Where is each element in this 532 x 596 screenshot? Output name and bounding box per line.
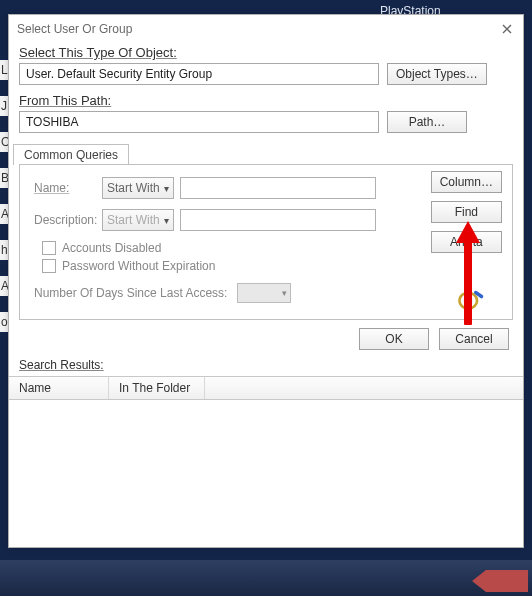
name-mode-value: Start With [107, 181, 160, 195]
results-col-name[interactable]: Name [9, 377, 109, 399]
results-col-spacer [205, 377, 523, 399]
common-queries-group: Name: Start With ▾ Description: Start Wi… [19, 164, 513, 320]
password-noexpire-checkbox[interactable] [42, 259, 56, 273]
from-path-input[interactable] [19, 111, 379, 133]
object-type-input[interactable] [19, 63, 379, 85]
object-types-button[interactable]: Object Types… [387, 63, 487, 85]
stop-button[interactable]: Arreta [431, 231, 502, 253]
close-icon [502, 24, 512, 34]
object-type-label: Select This Type Of Object: [19, 45, 513, 60]
find-button[interactable]: Find [431, 201, 502, 223]
password-noexpire-label: Password Without Expiration [62, 259, 215, 273]
description-mode-value: Start With [107, 213, 160, 227]
common-queries-tab[interactable]: Common Queries [13, 144, 129, 165]
accounts-disabled-label: Accounts Disabled [62, 241, 161, 255]
results-col-folder[interactable]: In The Folder [109, 377, 205, 399]
name-mode-select[interactable]: Start With ▾ [102, 177, 174, 199]
path-button[interactable]: Path… [387, 111, 467, 133]
accounts-disabled-checkbox[interactable] [42, 241, 56, 255]
chevron-down-icon: ▾ [164, 215, 169, 226]
description-label: Description: [34, 213, 96, 227]
ok-button[interactable]: OK [359, 328, 429, 350]
search-results-label: Search Results: [9, 356, 523, 376]
dialog-title: Select User Or Group [17, 22, 132, 36]
description-mode-select[interactable]: Start With ▾ [102, 209, 174, 231]
name-label: Name: [34, 181, 96, 195]
days-since-access-select[interactable]: ▾ [237, 283, 291, 303]
svg-point-2 [463, 295, 474, 306]
select-user-or-group-dialog: Select User Or Group Select This Type Of… [8, 14, 524, 548]
background-bottom-bar [0, 560, 532, 596]
description-input[interactable] [180, 209, 376, 231]
results-header-row: Name In The Folder [9, 376, 523, 400]
dialog-titlebar: Select User Or Group [9, 15, 523, 43]
close-button[interactable] [497, 19, 517, 39]
chevron-down-icon: ▾ [164, 183, 169, 194]
results-list[interactable] [9, 400, 523, 536]
search-illustration-icon [452, 283, 488, 313]
days-since-access-label: Number Of Days Since Last Access: [34, 286, 227, 300]
cancel-button[interactable]: Cancel [439, 328, 509, 350]
chevron-down-icon: ▾ [282, 288, 287, 298]
overlay-nav-indicator [486, 570, 528, 592]
columns-button[interactable]: Column… [431, 171, 502, 193]
name-input[interactable] [180, 177, 376, 199]
from-path-label: From This Path: [19, 93, 513, 108]
